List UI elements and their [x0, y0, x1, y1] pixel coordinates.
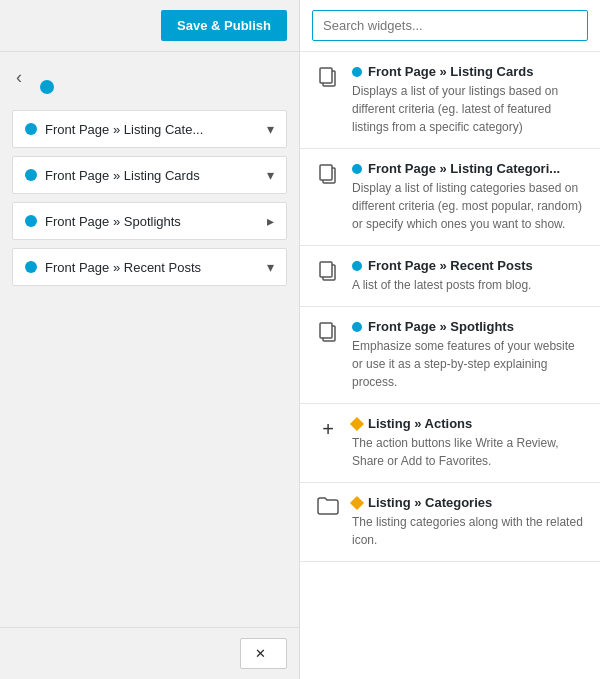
result-icon — [314, 495, 342, 523]
result-title-text: Front Page » Listing Categori... — [368, 161, 560, 176]
result-title: Front Page » Listing Categori... — [352, 161, 586, 176]
breadcrumb — [40, 64, 285, 76]
add-widget-icon: ✕ — [255, 646, 266, 661]
widget-item-left: Front Page » Listing Cate... — [25, 122, 267, 137]
chevron-icon: ▾ — [267, 167, 274, 183]
result-title-text: Front Page » Listing Cards — [368, 64, 533, 79]
result-dot — [352, 164, 362, 174]
result-desc: Emphasize some features of your website … — [352, 337, 586, 391]
top-bar: Save & Publish — [0, 0, 299, 52]
left-panel: Save & Publish ‹ Front Page » Listing Ca… — [0, 0, 300, 679]
result-content: Front Page » Listing Cards Displays a li… — [352, 64, 586, 136]
add-widget-button[interactable]: ✕ — [240, 638, 287, 669]
result-content: Front Page » Spotlights Emphasize some f… — [352, 319, 586, 391]
result-title: Front Page » Recent Posts — [352, 258, 586, 273]
result-icon — [314, 258, 342, 286]
result-title-text: Listing » Categories — [368, 495, 492, 510]
result-icon — [314, 319, 342, 347]
result-title: Listing » Actions — [352, 416, 586, 431]
result-dot-orange — [350, 416, 364, 430]
widget-dot — [25, 215, 37, 227]
widget-dot — [25, 123, 37, 135]
result-desc: The action buttons like Write a Review, … — [352, 434, 586, 470]
widget-item-left: Front Page » Spotlights — [25, 214, 267, 229]
widget-dot — [25, 169, 37, 181]
result-icon — [314, 161, 342, 189]
chevron-icon: ▸ — [267, 213, 274, 229]
chevron-icon: ▾ — [267, 121, 274, 137]
result-icon — [314, 64, 342, 92]
result-content: Listing » Categories The listing categor… — [352, 495, 586, 549]
widget-result-item[interactable]: Front Page » Listing Categori... Display… — [300, 149, 600, 246]
result-desc: A list of the latest posts from blog. — [352, 276, 586, 294]
result-dot — [352, 322, 362, 332]
result-content: Listing » Actions The action buttons lik… — [352, 416, 586, 470]
widget-result-item[interactable]: Front Page » Listing Cards Displays a li… — [300, 52, 600, 149]
right-panel: Front Page » Listing Cards Displays a li… — [300, 0, 600, 679]
widget-list: Front Page » Listing Cate... ▾ Front Pag… — [0, 102, 299, 627]
result-desc: Displays a list of your listings based o… — [352, 82, 586, 136]
result-title: Front Page » Spotlights — [352, 319, 586, 334]
bottom-actions: ✕ — [0, 627, 299, 679]
result-dot-orange — [350, 495, 364, 509]
result-title-text: Front Page » Recent Posts — [368, 258, 533, 273]
result-desc: The listing categories along with the re… — [352, 513, 586, 549]
widget-item[interactable]: Front Page » Listing Cards ▾ — [12, 156, 287, 194]
chevron-icon: ▾ — [267, 259, 274, 275]
widget-item-label: Front Page » Listing Cards — [45, 168, 200, 183]
widget-item-label: Front Page » Spotlights — [45, 214, 181, 229]
widget-item[interactable]: Front Page » Spotlights ▸ — [12, 202, 287, 240]
widget-result-item[interactable]: Front Page » Spotlights Emphasize some f… — [300, 307, 600, 404]
section-dot — [40, 80, 54, 94]
save-publish-button[interactable]: Save & Publish — [161, 10, 287, 41]
result-desc: Display a list of listing categories bas… — [352, 179, 586, 233]
result-dot — [352, 67, 362, 77]
widget-result-item[interactable]: Listing » Categories The listing categor… — [300, 483, 600, 562]
svg-rect-5 — [320, 262, 332, 277]
widget-item-left: Front Page » Recent Posts — [25, 260, 267, 275]
widget-item-label: Front Page » Recent Posts — [45, 260, 201, 275]
svg-rect-1 — [320, 68, 332, 83]
widget-item-label: Front Page » Listing Cate... — [45, 122, 203, 137]
back-button[interactable]: ‹ — [10, 63, 28, 92]
search-input[interactable] — [312, 10, 588, 41]
result-title: Listing » Categories — [352, 495, 586, 510]
widget-dot — [25, 261, 37, 273]
result-content: Front Page » Listing Categori... Display… — [352, 161, 586, 233]
breadcrumb-header: ‹ — [0, 52, 299, 102]
close-button[interactable] — [12, 24, 24, 28]
widget-result-list: Front Page » Listing Cards Displays a li… — [300, 52, 600, 679]
result-dot — [352, 261, 362, 271]
widget-item-left: Front Page » Listing Cards — [25, 168, 267, 183]
svg-rect-7 — [320, 323, 332, 338]
section-title — [40, 80, 285, 94]
result-icon: + — [314, 416, 342, 444]
result-title-text: Listing » Actions — [368, 416, 472, 431]
search-bar — [300, 0, 600, 52]
result-title: Front Page » Listing Cards — [352, 64, 586, 79]
result-content: Front Page » Recent Posts A list of the … — [352, 258, 586, 294]
widget-item[interactable]: Front Page » Listing Cate... ▾ — [12, 110, 287, 148]
widget-result-item[interactable]: + Listing » Actions The action buttons l… — [300, 404, 600, 483]
widget-result-item[interactable]: Front Page » Recent Posts A list of the … — [300, 246, 600, 307]
widget-item[interactable]: Front Page » Recent Posts ▾ — [12, 248, 287, 286]
svg-rect-3 — [320, 165, 332, 180]
result-title-text: Front Page » Spotlights — [368, 319, 514, 334]
